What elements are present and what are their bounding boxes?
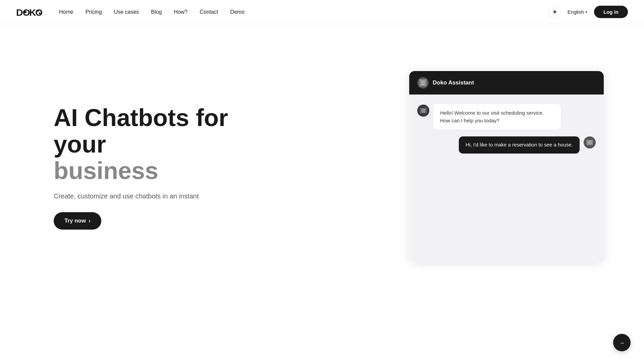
bot-message-bubble: Hello! Welcome to our visit scheduling s… <box>433 104 561 130</box>
bot-icon-inner <box>420 108 427 113</box>
user-avatar-icon <box>584 136 596 148</box>
language-selector[interactable]: English ▾ <box>568 9 587 15</box>
hero-subtitle: Create, customize and use chatbots in an… <box>54 192 255 200</box>
navbar-right: ☀ English ▾ Log in <box>549 6 628 18</box>
svg-point-4 <box>24 11 26 13</box>
nav-how[interactable]: How? <box>174 9 187 15</box>
chevron-down-icon: ▾ <box>585 10 587 14</box>
navbar: D O K O Home Pricing Use cases Blog How?… <box>0 0 644 24</box>
user-icon-line <box>588 141 592 141</box>
svg-point-5 <box>37 10 39 11</box>
navbar-left: D O K O Home Pricing Use cases Blog How?… <box>16 6 245 18</box>
bot-message: Hello! Welcome to our visit scheduling s… <box>417 104 596 130</box>
main-content: AI Chatbots for your business Create, cu… <box>0 24 644 362</box>
chat-avatar-line <box>421 81 425 81</box>
chat-avatar <box>417 77 429 88</box>
try-now-button[interactable]: Try now › <box>54 212 101 230</box>
bot-icon-line <box>421 110 425 111</box>
bot-icon-line <box>421 112 425 112</box>
hero-title-line2: business <box>54 157 158 184</box>
nav-links: Home Pricing Use cases Blog How? Contact… <box>59 9 245 15</box>
logo-icon: D O K O <box>16 6 43 18</box>
user-icon-inner <box>586 140 593 145</box>
chat-title: Doko Assistant <box>433 79 474 86</box>
nav-home[interactable]: Home <box>59 9 73 15</box>
language-label: English <box>568 9 584 15</box>
hero-title-line1: AI Chatbots for your <box>54 104 228 158</box>
bot-icon-line <box>421 109 425 110</box>
user-message-bubble: Hi, I'd like to make a reservation to se… <box>459 136 580 154</box>
floating-chat-button[interactable]: ··· <box>613 334 631 351</box>
logo[interactable]: D O K O <box>16 6 43 18</box>
nav-contact[interactable]: Contact <box>200 9 218 15</box>
nav-demo[interactable]: Demo <box>230 9 245 15</box>
arrow-icon: › <box>89 218 90 224</box>
chat-avatar-inner <box>419 79 427 86</box>
nav-use-cases[interactable]: Use cases <box>114 9 139 15</box>
try-now-label: Try now <box>64 218 86 224</box>
user-icon-line <box>588 143 592 144</box>
user-icon-line <box>588 142 592 143</box>
svg-text:D: D <box>16 7 23 17</box>
login-button[interactable]: Log in <box>594 6 628 18</box>
hero-section: AI Chatbots for your business Create, cu… <box>54 51 255 230</box>
chat-header: Doko Assistant <box>409 71 604 95</box>
chat-dots-icon: ··· <box>620 339 624 347</box>
nav-blog[interactable]: Blog <box>151 9 162 15</box>
svg-point-6 <box>39 12 41 14</box>
chat-avatar-lines <box>421 81 425 85</box>
theme-toggle-button[interactable]: ☀ <box>549 6 561 18</box>
chat-avatar-line <box>421 84 425 85</box>
chat-widget: Doko Assistant Hello! Welcome to our vis… <box>409 71 604 262</box>
sun-icon: ☀ <box>552 8 557 16</box>
chat-avatar-line <box>421 82 425 83</box>
svg-text:O: O <box>35 7 43 17</box>
hero-title: AI Chatbots for your business <box>54 105 255 184</box>
bot-avatar-icon <box>417 105 429 117</box>
chat-body: Hello! Welcome to our visit scheduling s… <box>409 95 604 262</box>
nav-pricing[interactable]: Pricing <box>86 9 102 15</box>
user-message: Hi, I'd like to make a reservation to se… <box>417 136 596 154</box>
